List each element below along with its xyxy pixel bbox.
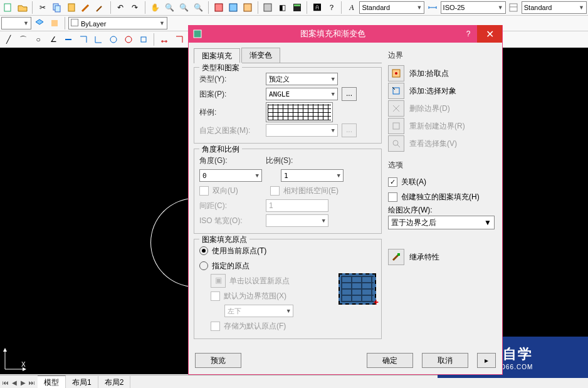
dim-style-dropdown[interactable]: ISO-25▼: [441, 1, 506, 14]
sel-empty[interactable]: ▼: [1, 17, 31, 29]
sel-draw-order[interactable]: 置于边界之后▼: [388, 216, 495, 229]
draw-dim-1[interactable]: [157, 33, 171, 46]
table-style-dropdown[interactable]: Standard▼: [522, 1, 587, 14]
select-objects-icon: [388, 83, 404, 99]
sel-penwidth: ▼: [266, 214, 328, 227]
tool-match[interactable]: [80, 1, 93, 14]
draw-arc[interactable]: ⌒: [16, 33, 30, 46]
svg-rect-6: [244, 4, 251, 11]
tool-new[interactable]: [1, 1, 14, 14]
swatch-preview[interactable]: [266, 102, 333, 122]
chk-assoc[interactable]: ✓: [388, 177, 397, 187]
svg-rect-2: [55, 6, 60, 12]
draw-5[interactable]: [61, 33, 75, 46]
draw-6[interactable]: [76, 33, 90, 46]
draw-dim-2[interactable]: [172, 33, 186, 46]
tab-next[interactable]: ▶: [19, 379, 28, 386]
sel-pattern[interactable]: ANGLE▼: [266, 88, 338, 100]
layer-dropdown[interactable]: ByLayer▼: [68, 17, 167, 29]
svg-point-27: [395, 72, 397, 75]
tool-copy[interactable]: [50, 1, 63, 14]
tab-layout1[interactable]: 布局1: [66, 376, 98, 389]
lbl-angle: 角度(G):: [199, 155, 262, 166]
tool-zoom-rt[interactable]: 🔍: [163, 1, 176, 14]
view-selection-icon: [388, 135, 404, 152]
add-pick-points[interactable]: 添加:拾取点: [388, 65, 497, 82]
draw-8[interactable]: [107, 33, 120, 46]
tab-gradient[interactable]: 渐变色: [241, 48, 280, 63]
sel-scale[interactable]: 1▼: [281, 169, 344, 182]
sel-type[interactable]: 预定义▼: [266, 73, 338, 85]
btn-cancel[interactable]: 取消: [422, 353, 468, 368]
tool-zoom-win[interactable]: 🔍: [177, 1, 191, 14]
chk-default-extents: [211, 291, 220, 301]
table-style-icon[interactable]: [507, 1, 520, 14]
tool-7[interactable]: [241, 1, 255, 14]
svg-marker-21: [3, 348, 7, 352]
tool-open[interactable]: [16, 1, 29, 14]
tool-cut[interactable]: ✂: [36, 1, 49, 14]
tab-prev[interactable]: ◀: [10, 379, 19, 386]
draw-circle[interactable]: ○: [31, 33, 45, 46]
tool-6[interactable]: [227, 1, 240, 14]
add-select-objects[interactable]: 添加:选择对象: [388, 82, 497, 100]
dialog-titlebar[interactable]: 图案填充和渐变色 ? ✕: [189, 25, 502, 43]
tool-9[interactable]: ◧: [276, 1, 289, 14]
text-style-dropdown[interactable]: Standard▼: [359, 1, 424, 14]
tool-palette[interactable]: 🅰: [310, 1, 323, 14]
lbl-custom: 自定义图案(M):: [199, 125, 262, 136]
chk-store-default: [211, 322, 220, 331]
lbl-type: 类型(Y):: [199, 74, 262, 85]
sel-angle[interactable]: 0▼: [199, 169, 262, 182]
tool-zoom-prev[interactable]: 🔍: [192, 1, 205, 14]
svg-rect-5: [229, 4, 237, 11]
text-style-icon[interactable]: A: [345, 1, 358, 14]
chk-paper: [270, 186, 280, 196]
btn-expand[interactable]: ▸: [477, 353, 496, 368]
radio-specified-origin[interactable]: [199, 261, 208, 270]
tool-5[interactable]: [212, 1, 225, 14]
tab-first[interactable]: ⏮: [1, 379, 10, 386]
lbl-spacing: 间距(C):: [199, 201, 262, 211]
svg-rect-10: [510, 4, 517, 11]
tab-last[interactable]: ⏭: [28, 379, 36, 386]
tool-calc[interactable]: [290, 1, 303, 14]
origin-brick-preview: +: [339, 273, 376, 305]
tool-redo[interactable]: ↷: [129, 1, 142, 14]
view-selection: 查看选择集(V): [388, 135, 497, 152]
tool-layers-2[interactable]: [48, 16, 61, 30]
btn-preview[interactable]: 预览: [195, 353, 241, 368]
btn-set-origin: ▣: [211, 274, 226, 288]
tool-pan[interactable]: ✋: [149, 1, 162, 14]
svg-rect-16: [141, 37, 146, 42]
rt-boundary-title: 边界: [388, 50, 497, 61]
btn-pattern-browse[interactable]: ...: [342, 87, 357, 101]
dialog-close[interactable]: ✕: [477, 25, 502, 43]
tab-layout2[interactable]: 布局2: [98, 376, 131, 389]
draw-angle[interactable]: ∠: [46, 33, 60, 46]
draw-9[interactable]: [122, 33, 135, 46]
tool-paste[interactable]: [65, 1, 78, 14]
tab-model[interactable]: 模型: [38, 375, 66, 388]
draw-7[interactable]: [92, 33, 105, 46]
tool-brush[interactable]: [94, 1, 107, 14]
tool-8[interactable]: [261, 1, 275, 14]
tool-undo[interactable]: ↶: [114, 1, 127, 14]
chk-independent[interactable]: [388, 192, 397, 202]
svg-point-15: [125, 36, 132, 43]
draw-line[interactable]: ╱: [1, 33, 15, 46]
radio-current-origin[interactable]: [199, 246, 208, 255]
tool-layers-1[interactable]: [33, 16, 46, 30]
tool-help[interactable]: ？: [325, 1, 338, 14]
recreate-boundary-icon: [388, 118, 404, 134]
pick-points-icon: [388, 65, 404, 81]
inherit-icon: [388, 249, 404, 265]
draw-10[interactable]: [137, 33, 150, 46]
dim-style-icon[interactable]: [426, 1, 439, 14]
rt-options-title: 选项: [388, 160, 497, 170]
btn-ok[interactable]: 确定: [367, 353, 413, 368]
tab-hatch[interactable]: 图案填充: [194, 48, 240, 63]
dialog-help[interactable]: ?: [459, 29, 477, 38]
btn-custom-browse: ...: [342, 123, 357, 137]
inherit-properties[interactable]: 继承特性: [388, 248, 497, 266]
